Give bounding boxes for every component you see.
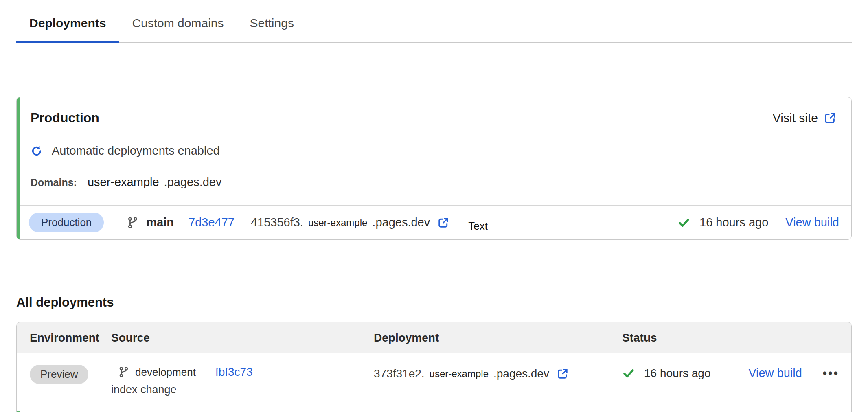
commit-link[interactable]: 7d3e477 [189, 216, 235, 229]
tab-settings[interactable]: Settings [237, 11, 307, 43]
external-link-icon[interactable] [437, 217, 449, 229]
visit-site-label: Visit site [773, 111, 818, 125]
column-header-environment: Environment [17, 331, 111, 344]
deployment-suffix: .pages.dev [493, 367, 549, 380]
deploy-time: 16 hours ago [699, 216, 768, 229]
branch-name: main [146, 216, 174, 229]
production-card: Production Visit site Automa [16, 97, 852, 240]
environment-badge: Preview [30, 365, 88, 384]
branch-name: development [135, 366, 196, 379]
view-build-link[interactable]: View build [748, 366, 802, 380]
refresh-icon [31, 145, 43, 157]
deployment-id: 415356f3. [251, 216, 303, 229]
column-header-source: Source [111, 331, 374, 344]
table-row: Preview development fbf3c73 [17, 353, 851, 411]
more-menu-icon[interactable]: ••• [822, 367, 839, 379]
visit-site-link[interactable]: Visit site [773, 111, 837, 125]
external-link-icon [824, 112, 837, 125]
git-branch-icon [118, 366, 129, 378]
tab-custom-domains[interactable]: Custom domains [119, 11, 237, 43]
tab-bar: Deployments Custom domains Settings [16, 11, 852, 43]
deployment-id: 373f31e2. [374, 367, 425, 380]
all-deployments-title: All deployments [16, 295, 852, 310]
git-branch-icon [127, 217, 139, 229]
column-header-deployment: Deployment [374, 331, 622, 344]
deployment-suffix: .pages.dev [372, 216, 430, 229]
source-cell: development fbf3c73 index change [111, 353, 374, 411]
deployments-table: Environment Source Deployment Status Pre… [16, 322, 852, 412]
production-card-header: Production Visit site [17, 97, 851, 125]
deployment-domain: user-example [430, 368, 489, 379]
commit-message: index change [111, 384, 374, 396]
production-deployment-row: Production main 7d3e477 415356f3. user-e… [17, 205, 851, 239]
tab-deployments[interactable]: Deployments [16, 11, 119, 43]
deploy-time: 16 hours ago [644, 367, 710, 380]
environment-badge: Production [29, 213, 104, 232]
production-row-status: 16 hours ago View build [677, 216, 839, 229]
auto-deployments-text: Automatic deployments enabled [52, 144, 220, 158]
domain-suffix: .pages.dev [164, 175, 222, 189]
check-icon [622, 367, 635, 380]
deployments-page: Deployments Custom domains Settings Prod… [0, 11, 868, 412]
environment-cell: Preview [17, 353, 111, 411]
check-icon [677, 216, 690, 229]
external-link-icon[interactable] [557, 368, 569, 380]
table-header-row: Environment Source Deployment Status [17, 322, 851, 353]
domain-name: user-example [88, 175, 159, 189]
view-build-link[interactable]: View build [785, 216, 839, 229]
deployment-cell: 373f31e2. user-example .pages.dev [374, 353, 622, 380]
production-card-title: Production [31, 110, 99, 125]
domains-line: Domains: user-example .pages.dev [17, 158, 851, 205]
status-cell: 16 hours ago View build ••• [622, 353, 851, 380]
deployment-domain: user-example [308, 217, 367, 228]
auto-deployments-status: Automatic deployments enabled [17, 125, 851, 158]
commit-link[interactable]: fbf3c73 [215, 366, 253, 379]
text-annotation: Text [468, 220, 488, 232]
column-header-status: Status [622, 331, 851, 344]
domains-label: Domains: [31, 177, 77, 188]
